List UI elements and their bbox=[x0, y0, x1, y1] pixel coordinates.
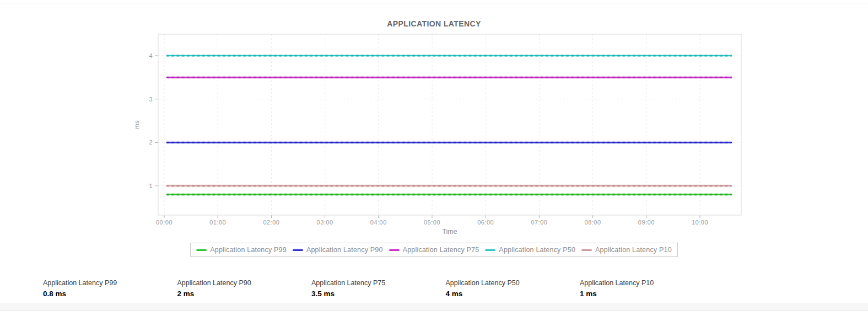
legend-swatch-p75 bbox=[389, 249, 400, 251]
stat-label: Application Latency P90 bbox=[177, 279, 312, 287]
bottom-divider bbox=[0, 303, 868, 311]
y-tick-label: 3 bbox=[149, 96, 153, 103]
x-tick-label: 02:00 bbox=[263, 219, 279, 226]
stat-value: 1 ms bbox=[580, 290, 714, 298]
legend-item-p99[interactable]: Application Latency P99 bbox=[196, 246, 287, 254]
x-tick-label: 05:00 bbox=[424, 219, 440, 226]
chart-legend: Application Latency P99Application Laten… bbox=[190, 243, 678, 257]
stat-value: 0.8 ms bbox=[43, 290, 177, 298]
legend-label: Application Latency P99 bbox=[210, 246, 287, 254]
x-tick-label: 00:00 bbox=[156, 219, 172, 226]
stat-label: Application Latency P50 bbox=[446, 279, 580, 287]
stat-p10: Application Latency P101 ms bbox=[580, 279, 714, 298]
stat-p99: Application Latency P990.8 ms bbox=[43, 279, 177, 298]
x-tick-label: 03:00 bbox=[317, 219, 333, 226]
x-tick-label: 08:00 bbox=[585, 219, 601, 226]
stat-value: 3.5 ms bbox=[311, 290, 446, 298]
stat-label: Application Latency P75 bbox=[311, 279, 446, 287]
x-axis-title: Time bbox=[442, 228, 457, 236]
legend-label: Application Latency P75 bbox=[403, 246, 479, 254]
y-axis-title: ms bbox=[133, 120, 140, 129]
x-tick-label: 10:00 bbox=[692, 219, 708, 226]
x-tick-label: 06:00 bbox=[477, 219, 494, 226]
legend-label: Application Latency P10 bbox=[595, 246, 672, 254]
stat-label: Application Latency P10 bbox=[580, 279, 714, 287]
legend-item-p90[interactable]: Application Latency P90 bbox=[293, 246, 383, 254]
legend-swatch-p90 bbox=[293, 249, 303, 251]
y-tick-label: 2 bbox=[149, 139, 153, 146]
legend-label: Application Latency P50 bbox=[499, 246, 575, 254]
legend-item-p75[interactable]: Application Latency P75 bbox=[389, 246, 479, 254]
x-tick-label: 04:00 bbox=[370, 219, 387, 226]
axis-ticks bbox=[155, 34, 741, 218]
legend-swatch-p50 bbox=[485, 249, 495, 251]
legend-item-p50[interactable]: Application Latency P50 bbox=[485, 246, 575, 254]
y-tick-label: 1 bbox=[149, 183, 153, 189]
latency-line-chart: 00:0001:0002:0003:0004:0005:0006:0007:00… bbox=[0, 0, 868, 242]
legend-item-p10[interactable]: Application Latency P10 bbox=[581, 246, 672, 254]
legend-row: Application Latency P99Application Laten… bbox=[0, 243, 868, 257]
x-tick-label: 01:00 bbox=[209, 219, 226, 226]
stat-value: 4 ms bbox=[446, 290, 580, 298]
plot-border bbox=[158, 34, 741, 215]
stat-p75: Application Latency P753.5 ms bbox=[311, 279, 446, 298]
x-tick-label: 07:00 bbox=[531, 219, 547, 226]
stat-value: 2 ms bbox=[177, 290, 312, 298]
stats-row: Application Latency P990.8 msApplication… bbox=[43, 279, 714, 298]
gridlines bbox=[158, 34, 741, 215]
x-tick-label: 09:00 bbox=[638, 219, 655, 226]
series-lines bbox=[167, 56, 731, 195]
legend-swatch-p99 bbox=[196, 249, 207, 251]
legend-swatch-p10 bbox=[581, 249, 592, 251]
y-tick-label: 4 bbox=[149, 52, 153, 59]
legend-label: Application Latency P90 bbox=[306, 246, 383, 254]
stat-p90: Application Latency P902 ms bbox=[177, 279, 312, 298]
stat-p50: Application Latency P504 ms bbox=[446, 279, 580, 298]
stat-label: Application Latency P99 bbox=[43, 279, 177, 287]
